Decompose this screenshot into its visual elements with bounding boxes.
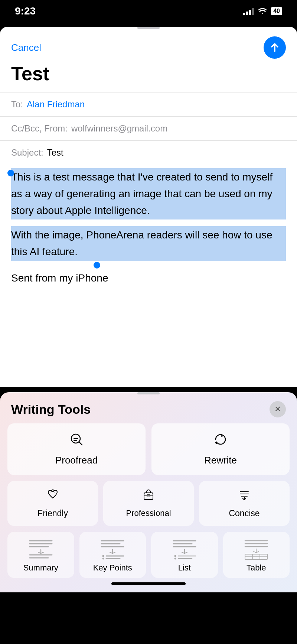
cancel-button[interactable]: Cancel (11, 42, 41, 53)
summary-icon (28, 538, 54, 560)
cc-bcc-field: Cc/Bcc, From: wolfwinners@gmail.com (0, 116, 297, 140)
friendly-button[interactable]: Friendly (7, 481, 98, 526)
subject-value[interactable]: Test (47, 147, 63, 158)
svg-point-25 (174, 555, 176, 557)
battery-icon: 40 (271, 7, 282, 15)
selected-body-text-2: With the image, PhoneArena readers will … (11, 226, 286, 261)
to-value[interactable]: Alan Friedman (27, 99, 85, 110)
status-icons: 40 (243, 7, 282, 16)
rewrite-icon (213, 432, 228, 449)
rewrite-button[interactable]: Rewrite (151, 423, 290, 475)
svg-rect-4 (144, 493, 153, 500)
svg-line-1 (79, 442, 82, 445)
professional-icon (142, 488, 155, 504)
email-compose-area: Cancel Test To: Alan Friedman Cc/Bcc, Fr… (0, 27, 297, 387)
to-label: To: (11, 99, 23, 110)
table-label: Table (247, 563, 266, 576)
concise-button[interactable]: Concise (199, 481, 290, 526)
summary-label: Summary (23, 563, 58, 576)
proofread-icon (69, 432, 84, 449)
professional-button[interactable]: Professional (103, 481, 194, 526)
table-button[interactable]: Table (223, 532, 290, 578)
friendly-icon (46, 488, 59, 504)
summary-button[interactable]: Summary (7, 532, 74, 578)
friendly-label: Friendly (37, 508, 68, 518)
to-field: To: Alan Friedman (0, 92, 297, 116)
close-button[interactable]: ✕ (270, 401, 286, 417)
key-points-button[interactable]: Key Points (79, 532, 146, 578)
table-icon (243, 538, 269, 560)
from-value: wolfwinners@gmail.com (71, 123, 167, 134)
signal-icon (243, 7, 254, 15)
writing-tools-title: Writing Tools (11, 402, 91, 417)
email-body[interactable]: This is a test message that I've created… (0, 165, 297, 265)
subject-label: Subject: (11, 147, 43, 158)
key-points-label: Key Points (93, 563, 132, 576)
professional-label: Professional (126, 508, 171, 518)
send-icon (270, 42, 280, 53)
compose-header: Cancel (0, 29, 297, 62)
email-subject-title: Test (0, 62, 297, 92)
selection-handle-bottom (94, 262, 100, 269)
list-button[interactable]: List (151, 532, 218, 578)
status-bar: 9:23 40 (0, 0, 297, 22)
list-icon (172, 538, 198, 560)
proofread-button[interactable]: Proofread (7, 423, 146, 475)
selection-handle-top (7, 170, 14, 176)
wifi-icon (258, 7, 267, 16)
send-button[interactable] (264, 36, 286, 59)
key-points-icon (99, 538, 125, 560)
writing-tools-panel: Writing Tools ✕ Proofread (0, 392, 297, 592)
svg-point-20 (102, 558, 104, 560)
tools-row-2: Friendly Professional (7, 481, 290, 526)
svg-point-27 (174, 558, 176, 560)
tools-row-1: Proofread Rewrite (7, 423, 290, 475)
concise-icon (238, 488, 251, 504)
list-label: List (178, 563, 191, 576)
tools-row-3: Summary Key Points (7, 532, 290, 578)
sent-from: Sent from my iPhone (0, 265, 297, 292)
rewrite-label: Rewrite (204, 455, 237, 466)
home-indicator (111, 582, 186, 585)
subject-field: Subject: Test (0, 140, 297, 165)
status-time: 9:23 (15, 5, 36, 17)
concise-label: Concise (229, 508, 260, 518)
selected-body-text: This is a test message that I've created… (11, 168, 286, 219)
proofread-label: Proofread (55, 455, 98, 466)
panel-header: Writing Tools ✕ (7, 394, 290, 423)
svg-point-18 (102, 555, 104, 557)
cc-bcc-label: Cc/Bcc, From: (11, 123, 68, 134)
